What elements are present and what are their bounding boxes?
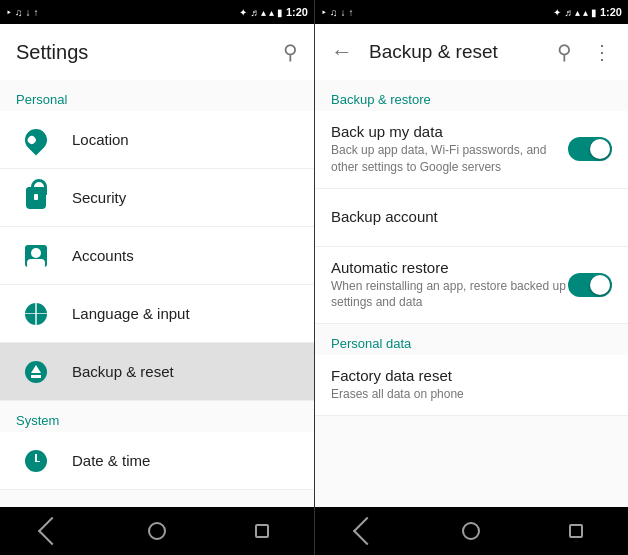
backup-data-subtitle: Back up app data, Wi-Fi passwords, and o… xyxy=(331,142,568,176)
right-more-icon[interactable]: ⋮ xyxy=(584,32,620,72)
right-item-backup-account[interactable]: Backup account xyxy=(315,189,628,247)
right-bt-icon: ‣ xyxy=(321,7,327,18)
right-item-factory-reset[interactable]: Factory data reset Erases all data on ph… xyxy=(315,355,628,416)
right-status-bar: ‣ ♫ ↓ ↑ ✦ ♬ ▴ ▴ ▮ 1:20 xyxy=(315,0,628,24)
settings-item-accounts[interactable]: Accounts xyxy=(0,227,314,285)
backup-icon xyxy=(25,361,47,383)
backup-data-toggle-thumb xyxy=(590,139,610,159)
right-nav-home-icon xyxy=(462,522,480,540)
signal-icon: ▴ xyxy=(269,7,274,18)
auto-restore-content: Automatic restore When reinstalling an a… xyxy=(331,247,568,324)
left-back-icon xyxy=(38,517,66,545)
right-item-backup-data[interactable]: Back up my data Back up app data, Wi-Fi … xyxy=(315,111,628,189)
auto-restore-title: Automatic restore xyxy=(331,259,568,276)
right-app-bar-icons: ⚲ ⋮ xyxy=(549,32,620,72)
backup-arrow xyxy=(31,365,41,373)
right-nav-recents-button[interactable] xyxy=(546,511,606,551)
left-settings-list: Personal Location Security Accounts Lang… xyxy=(0,80,314,507)
right-back-button[interactable]: ← xyxy=(331,39,353,65)
right-signal-bt: ✦ xyxy=(553,7,561,18)
download-icon: ↓ xyxy=(26,7,31,18)
backup-restore-header: Backup & restore xyxy=(315,80,628,111)
right-app-title: Backup & reset xyxy=(369,41,549,63)
battery-icon: ▮ xyxy=(277,7,283,18)
left-app-title: Settings xyxy=(16,41,283,64)
left-time: 1:20 xyxy=(286,6,308,18)
left-nav-bar xyxy=(0,507,314,555)
factory-reset-subtitle: Erases all data on phone xyxy=(331,386,612,403)
right-signal: ▴ xyxy=(583,7,588,18)
settings-item-datetime[interactable]: Date & time xyxy=(0,432,314,490)
security-label: Security xyxy=(72,189,126,206)
right-nav-recents-icon xyxy=(569,524,583,538)
backup-bar xyxy=(31,375,41,378)
left-status-icons: ‣ ♫ ↓ ↑ xyxy=(6,7,39,18)
right-nav-back-button[interactable] xyxy=(337,511,397,551)
auto-restore-subtitle: When reinstalling an app, restore backed… xyxy=(331,278,568,312)
left-back-button[interactable] xyxy=(22,511,82,551)
location-icon xyxy=(20,124,51,155)
language-icon xyxy=(25,303,47,325)
right-search-icon[interactable]: ⚲ xyxy=(549,32,580,72)
backup-data-toggle[interactable] xyxy=(568,137,612,161)
backup-account-title: Backup account xyxy=(331,208,612,225)
bt-icon: ✦ xyxy=(239,7,247,18)
backup-label: Backup & reset xyxy=(72,363,174,380)
backup-icon-container xyxy=(16,352,56,392)
settings-item-location[interactable]: Location xyxy=(0,111,314,169)
left-recents-button[interactable] xyxy=(232,511,292,551)
auto-restore-toggle-thumb xyxy=(590,275,610,295)
right-download-icon: ↓ xyxy=(341,7,346,18)
settings-item-backup[interactable]: Backup & reset xyxy=(0,343,314,401)
accounts-label: Accounts xyxy=(72,247,134,264)
right-nav-back-icon xyxy=(353,517,381,545)
left-status-right: ✦ ♬ ▴ ▴ ▮ 1:20 xyxy=(239,6,308,18)
datetime-icon xyxy=(25,450,47,472)
right-time: 1:20 xyxy=(600,6,622,18)
right-wifi: ▴ xyxy=(575,7,580,18)
wifi-icon: ▴ xyxy=(261,7,266,18)
personal-data-header: Personal data xyxy=(315,324,628,355)
backup-account-content: Backup account xyxy=(331,196,612,239)
settings-item-security[interactable]: Security xyxy=(0,169,314,227)
right-signal-vol: ♬ xyxy=(564,7,572,18)
right-status-right: ✦ ♬ ▴ ▴ ▮ 1:20 xyxy=(553,6,622,18)
right-status-icons: ‣ ♫ ↓ ↑ xyxy=(321,7,354,18)
right-battery: ▮ xyxy=(591,7,597,18)
settings-item-language[interactable]: Language & input xyxy=(0,285,314,343)
accounts-icon-container xyxy=(16,236,56,276)
security-icon-container xyxy=(16,178,56,218)
vol-icon: ♬ xyxy=(250,7,258,18)
auto-restore-toggle[interactable] xyxy=(568,273,612,297)
right-headset-icon: ♫ xyxy=(330,7,338,18)
backup-data-content: Back up my data Back up app data, Wi-Fi … xyxy=(331,111,568,188)
factory-reset-content: Factory data reset Erases all data on ph… xyxy=(331,355,612,415)
right-content: Backup & restore Back up my data Back up… xyxy=(315,80,628,507)
language-icon-container xyxy=(16,294,56,334)
location-label: Location xyxy=(72,131,129,148)
security-icon xyxy=(26,187,46,209)
headset-icon: ♫ xyxy=(15,7,23,18)
left-status-bar: ‣ ♫ ↓ ↑ ✦ ♬ ▴ ▴ ▮ 1:20 xyxy=(0,0,314,24)
backup-data-title: Back up my data xyxy=(331,123,568,140)
accounts-icon xyxy=(25,245,47,267)
system-section-header: System xyxy=(0,401,314,432)
left-app-bar: Settings ⚲ xyxy=(0,24,314,80)
left-search-icon[interactable]: ⚲ xyxy=(283,40,298,64)
left-panel: ‣ ♫ ↓ ↑ ✦ ♬ ▴ ▴ ▮ 1:20 Settings ⚲ Person… xyxy=(0,0,314,555)
right-panel: ‣ ♫ ↓ ↑ ✦ ♬ ▴ ▴ ▮ 1:20 ← Backup & reset … xyxy=(314,0,628,555)
right-nav-bar xyxy=(315,507,628,555)
factory-reset-title: Factory data reset xyxy=(331,367,612,384)
personal-section-header: Personal xyxy=(0,80,314,111)
right-item-auto-restore[interactable]: Automatic restore When reinstalling an a… xyxy=(315,247,628,325)
datetime-label: Date & time xyxy=(72,452,150,469)
language-label: Language & input xyxy=(72,305,190,322)
left-recents-icon xyxy=(255,524,269,538)
datetime-icon-container xyxy=(16,441,56,481)
right-app-bar: ← Backup & reset ⚲ ⋮ xyxy=(315,24,628,80)
bluetooth-icon: ‣ xyxy=(6,7,12,18)
right-nav-home-button[interactable] xyxy=(441,511,501,551)
location-icon-container xyxy=(16,120,56,160)
left-home-button[interactable] xyxy=(127,511,187,551)
left-home-icon xyxy=(148,522,166,540)
